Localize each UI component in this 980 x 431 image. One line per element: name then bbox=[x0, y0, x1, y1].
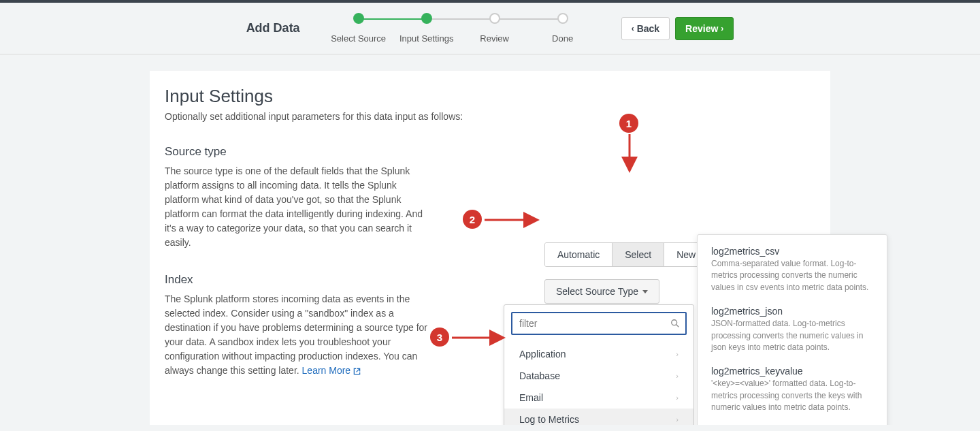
segmented-automatic[interactable]: Automatic bbox=[545, 243, 612, 266]
page-title-small: Add Data bbox=[246, 21, 300, 35]
learn-more-link[interactable]: Learn More bbox=[302, 365, 361, 376]
annotation-badge-2: 2 bbox=[463, 210, 482, 229]
menu-item-email[interactable]: Email› bbox=[504, 387, 693, 409]
source-type-mode-segmented: Automatic Select New bbox=[544, 242, 708, 267]
chevron-right-icon: › bbox=[676, 415, 679, 424]
menu-item-database[interactable]: Database› bbox=[504, 365, 693, 387]
step-select-source: Select Source bbox=[325, 13, 393, 44]
annotation-badge-3: 3 bbox=[430, 328, 449, 347]
annotation-arrow-2 bbox=[485, 217, 540, 225]
annotation-arrow-3 bbox=[452, 334, 506, 342]
section-text-index: The Splunk platform stores incoming data… bbox=[165, 292, 430, 378]
menu-item-application[interactable]: Application› bbox=[504, 343, 693, 365]
select-source-type-dropdown[interactable]: Select Source Type bbox=[544, 279, 659, 304]
submenu-item-log2metrics_json[interactable]: log2metrics_jsonJSON-formatted data. Log… bbox=[698, 302, 887, 362]
svg-point-0 bbox=[672, 320, 677, 325]
chevron-right-icon: › bbox=[676, 350, 679, 358]
external-link-icon bbox=[353, 368, 361, 375]
chevron-right-icon: › bbox=[721, 24, 723, 33]
filter-input-wrapper bbox=[511, 312, 687, 335]
menu-item-log-to-metrics[interactable]: Log to Metrics› bbox=[504, 409, 693, 425]
segmented-select[interactable]: Select bbox=[612, 243, 664, 266]
chevron-right-icon: › bbox=[676, 394, 679, 402]
progress-stepper: Select Source Input Settings Review Done bbox=[325, 13, 597, 44]
step-done: Done bbox=[529, 13, 597, 44]
source-type-category-list: Application›Database›Email›Log to Metric… bbox=[504, 342, 693, 425]
filter-input[interactable] bbox=[518, 317, 670, 330]
source-type-dropdown-panel: Application›Database›Email›Log to Metric… bbox=[504, 304, 694, 425]
step-review: Review bbox=[461, 13, 529, 44]
annotation-badge-1: 1 bbox=[619, 114, 638, 133]
section-text-source-type: The source type is one of the default fi… bbox=[165, 164, 430, 250]
chevron-right-icon: › bbox=[676, 372, 679, 380]
section-title-source-type: Source type bbox=[165, 145, 815, 159]
page-subtitle: Optionally set additional input paramete… bbox=[165, 111, 815, 122]
source-type-controls: Automatic Select New Select Source Type bbox=[544, 242, 708, 304]
back-button[interactable]: ‹ Back bbox=[621, 17, 670, 40]
wizard-header: Add Data Select Source Input Settings Re… bbox=[0, 0, 980, 54]
page-title: Input Settings bbox=[165, 86, 815, 107]
page-card: Input Settings Optionally set additional… bbox=[150, 71, 830, 425]
submenu-item-log2metrics_csv[interactable]: log2metrics_csvComma-separated value for… bbox=[698, 242, 887, 302]
step-input-settings: Input Settings bbox=[393, 13, 461, 44]
svg-line-1 bbox=[676, 325, 679, 328]
review-button[interactable]: Review › bbox=[675, 17, 734, 40]
chevron-left-icon: ‹ bbox=[632, 24, 634, 33]
annotation-arrow-1 bbox=[625, 134, 639, 174]
search-icon bbox=[670, 319, 680, 328]
submenu-item-log2metrics_keyvalue[interactable]: log2metrics_keyvalue'<key>=<value>' form… bbox=[698, 362, 887, 421]
source-type-submenu: log2metrics_csvComma-separated value for… bbox=[697, 234, 887, 425]
caret-down-icon bbox=[642, 290, 648, 293]
